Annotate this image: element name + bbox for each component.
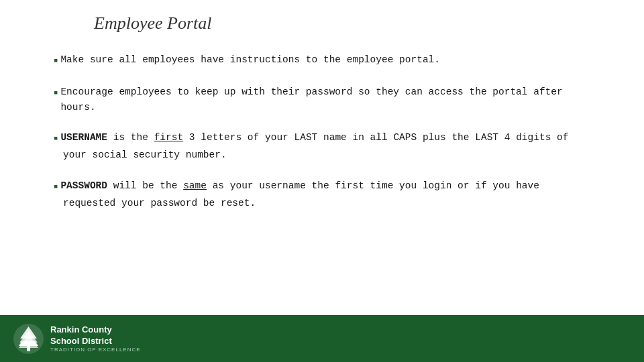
- svg-rect-8: [27, 348, 30, 351]
- page-container: Employee Portal ▪ Make sure all employee…: [0, 0, 644, 362]
- first-underline: first: [154, 132, 184, 143]
- bullet-continuation-3: your social security number.: [63, 147, 590, 163]
- bullet-marker-4: ▪: [54, 178, 58, 196]
- bullet-text-4: PASSWORD will be the same as your userna…: [60, 178, 539, 194]
- bullet-continuation-4: requested your password be reset.: [63, 196, 590, 211]
- bullet-marker-2: ▪: [54, 84, 58, 102]
- footer-org-line2: School District: [50, 336, 141, 347]
- footer: Rankin County School District TRADITION …: [0, 315, 644, 362]
- same-underline: same: [183, 180, 207, 191]
- bullet-marker-3: ▪: [54, 129, 58, 147]
- password-bold: PASSWORD: [60, 180, 107, 191]
- bullet-item-1: ▪ Make sure all employees have instructi…: [54, 52, 590, 70]
- bullet-section-1: ▪ Make sure all employees have instructi…: [54, 52, 590, 70]
- bullet-section-3: ▪ USERNAME is the first 3 letters of you…: [54, 130, 590, 163]
- main-content: Employee Portal ▪ Make sure all employee…: [0, 0, 644, 315]
- footer-org-line1: Rankin County: [50, 324, 141, 336]
- district-logo-icon: [13, 324, 44, 354]
- bullet-section-2: ▪ Encourage employees to keep up with th…: [54, 84, 590, 115]
- username-bold: USERNAME: [60, 132, 107, 143]
- bullet-text-3: USERNAME is the first 3 letters of your …: [60, 130, 568, 145]
- bullet-text-1: Make sure all employees have instruction…: [60, 52, 440, 68]
- footer-tagline: TRADITION OF EXCELLENCE: [50, 347, 141, 353]
- page-title: Employee Portal: [94, 13, 590, 34]
- footer-logo: Rankin County School District TRADITION …: [13, 324, 141, 354]
- footer-text: Rankin County School District TRADITION …: [50, 324, 141, 353]
- bullet-item-3: ▪ USERNAME is the first 3 letters of you…: [54, 130, 590, 147]
- bullet-marker-1: ▪: [54, 52, 58, 70]
- bullet-text-2: Encourage employees to keep up with thei…: [60, 84, 590, 115]
- bullet-item-4: ▪ PASSWORD will be the same as your user…: [54, 178, 590, 196]
- bullet-section-4: ▪ PASSWORD will be the same as your user…: [54, 178, 590, 211]
- bullet-item-2: ▪ Encourage employees to keep up with th…: [54, 84, 590, 115]
